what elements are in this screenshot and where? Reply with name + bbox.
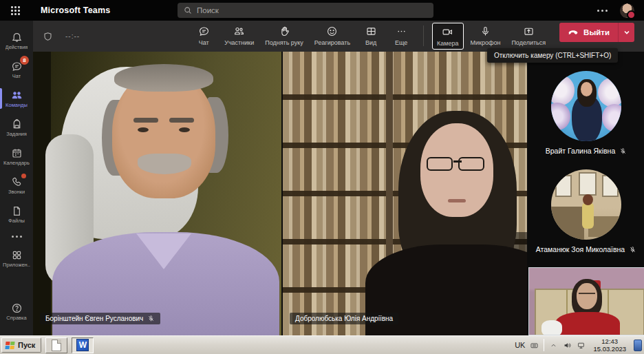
sidebar-item-more[interactable] xyxy=(0,229,33,244)
hang-up-icon xyxy=(568,27,579,38)
taskbar-clock[interactable]: 12:43 15.03.2023 xyxy=(590,337,629,353)
more-options-icon[interactable] xyxy=(597,10,608,12)
more-button[interactable]: Еще xyxy=(387,23,415,48)
smiley-icon xyxy=(326,25,338,37)
user-avatar[interactable] xyxy=(620,3,634,18)
raise-hand-button[interactable]: Поднять руку xyxy=(261,23,308,48)
word-icon: W xyxy=(76,339,89,351)
security-shield-icon xyxy=(43,31,53,42)
language-bar-icon[interactable] xyxy=(530,341,539,350)
sidebar-item-calendar[interactable]: Календарь xyxy=(0,142,33,171)
view-grid-icon xyxy=(365,25,377,37)
participants-icon xyxy=(233,25,245,37)
participant-2-video xyxy=(283,52,527,335)
participant-3-avatar[interactable] xyxy=(551,71,621,141)
leave-button[interactable]: Выйти xyxy=(559,23,618,42)
bell-icon xyxy=(11,32,23,43)
meeting-timer: --:-- xyxy=(65,32,80,40)
system-tray: UK 12:43 15.03.2023 xyxy=(515,336,644,354)
app-launcher-icon[interactable] xyxy=(11,6,20,15)
clock-time: 12:43 xyxy=(593,337,626,345)
teams-meeting-screen: Microsoft Teams Поиск Действия 8 Чат Ком… xyxy=(0,0,644,354)
help-icon xyxy=(11,302,23,314)
language-indicator[interactable]: UK xyxy=(515,341,525,349)
share-screen-icon xyxy=(523,25,535,37)
share-button[interactable]: Поделиться xyxy=(507,23,550,48)
show-desktop-button[interactable] xyxy=(634,340,642,351)
network-icon[interactable] xyxy=(577,341,586,350)
microphone-button[interactable]: Микрофон xyxy=(466,23,505,48)
mic-off-icon xyxy=(619,147,627,155)
meeting-window: --:-- Чат Участники Поднять руку Реаги xyxy=(33,21,644,335)
calls-notification-dot xyxy=(21,174,26,178)
participant-4-avatar[interactable] xyxy=(551,169,621,240)
ellipsis-icon xyxy=(396,25,407,37)
view-button[interactable]: Вид xyxy=(357,23,385,48)
meeting-chat-icon xyxy=(198,25,210,37)
phone-icon xyxy=(11,176,23,188)
calendar-icon xyxy=(11,147,23,159)
search-icon xyxy=(184,6,192,14)
windows-taskbar: Пуск W UK 12:43 15.03.2023 xyxy=(0,335,644,354)
taskbar-document-button[interactable] xyxy=(45,337,67,353)
teams-icon xyxy=(11,90,23,101)
teams-titlebar: Microsoft Teams Поиск xyxy=(0,0,644,21)
titlebar-right xyxy=(597,0,634,21)
file-icon xyxy=(11,205,23,217)
sidebar-item-calls[interactable]: Звонки xyxy=(0,171,33,200)
clock-date: 15.03.2023 xyxy=(593,345,626,353)
participants-button[interactable]: Участники xyxy=(220,23,258,48)
chevron-down-icon xyxy=(623,29,630,36)
participant-4-name: Атаманюк Зоя Миколаївна xyxy=(528,245,644,253)
sidebar-item-teams[interactable]: Команды xyxy=(0,84,33,113)
leave-button-group: Выйти xyxy=(559,23,634,42)
mic-off-icon xyxy=(147,315,155,322)
participant-2-name-chip: Добролюбська Юлія Андріївна xyxy=(290,313,398,324)
app-rail: Действия 8 Чат Команды Задания Календарь… xyxy=(0,21,33,335)
windows-logo-icon xyxy=(5,342,14,349)
backpack-icon xyxy=(11,118,23,130)
document-icon xyxy=(52,340,61,351)
more-apps-icon xyxy=(12,236,22,238)
sidebar-item-files[interactable]: Файлы xyxy=(0,200,33,229)
react-button[interactable]: Реагировать xyxy=(310,23,354,48)
participant-1-video xyxy=(33,52,281,335)
chat-badge: 8 xyxy=(20,56,29,65)
start-button[interactable]: Пуск xyxy=(1,337,41,353)
taskbar-word-button[interactable]: W xyxy=(72,337,94,353)
participant-1-name-chip: Борінштейн Євген Русланович xyxy=(40,313,160,324)
chat-button[interactable]: Чат xyxy=(190,23,217,48)
sidebar-item-assignments[interactable]: Задания xyxy=(0,113,33,142)
camera-button[interactable]: Камера xyxy=(432,23,463,50)
app-title: Microsoft Teams xyxy=(41,6,110,15)
raise-hand-icon xyxy=(279,25,290,37)
participants-side-panel: Врайт Галина Яківна Атаманюк Зоя Миколаї… xyxy=(528,52,644,335)
apps-grid-icon xyxy=(11,249,23,261)
camera-icon xyxy=(442,26,453,38)
leave-options-button[interactable] xyxy=(618,23,634,42)
participant-3-name: Врайт Галина Яківна xyxy=(528,147,644,155)
camera-tooltip: Отключить камеру (CTRL+SHIFT+O) xyxy=(487,48,618,63)
sidebar-item-help[interactable]: Справка xyxy=(0,297,33,326)
sidebar-item-activity[interactable]: Действия xyxy=(0,26,33,55)
search-input[interactable]: Поиск xyxy=(178,3,433,18)
mic-off-icon xyxy=(629,246,636,253)
video-tile-participant-2[interactable]: Добролюбська Юлія Андріївна xyxy=(283,52,527,335)
sidebar-item-apps[interactable]: Приложен.. xyxy=(0,244,33,273)
video-tile-participant-1[interactable]: Борінштейн Євген Русланович xyxy=(33,52,281,335)
search-placeholder: Поиск xyxy=(197,6,219,14)
meeting-toolbar: --:-- Чат Участники Поднять руку Реаги xyxy=(33,21,644,52)
volume-icon[interactable] xyxy=(563,341,572,350)
self-view-video[interactable] xyxy=(528,267,644,335)
sidebar-item-chat[interactable]: 8 Чат xyxy=(0,55,33,84)
microphone-icon xyxy=(480,25,491,37)
hidden-icons-chevron[interactable] xyxy=(549,341,558,350)
video-stage: Борінштейн Євген Русланович Добро xyxy=(33,52,644,335)
